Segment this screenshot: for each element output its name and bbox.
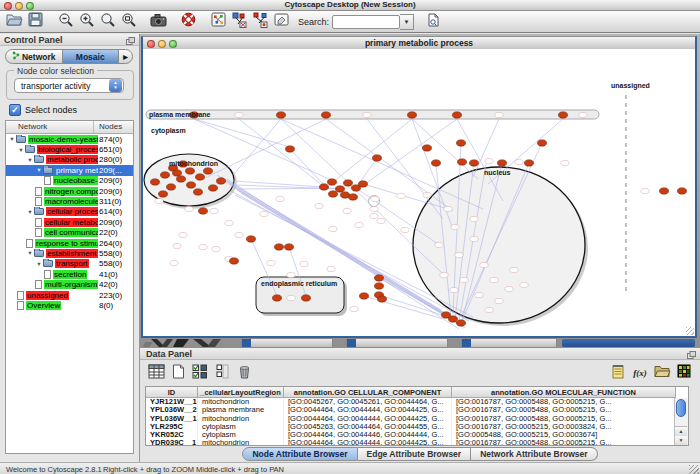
- graph-node[interactable]: [277, 112, 286, 118]
- hide-network-button[interactable]: [229, 12, 250, 31]
- zoom-fit-button[interactable]: [118, 12, 139, 31]
- search-input[interactable]: [332, 15, 400, 29]
- background-window-sliver[interactable]: [461, 338, 557, 348]
- graph-node[interactable]: [375, 275, 384, 281]
- attribute-batch-select-button[interactable]: [189, 363, 211, 383]
- graph-node[interactable]: [329, 191, 338, 197]
- network-window[interactable]: primary metabolic process: [141, 36, 697, 338]
- table-cell[interactable]: YKR052C: [146, 431, 198, 439]
- graph-node[interactable]: [470, 160, 479, 166]
- graph-node[interactable]: [408, 112, 417, 118]
- search-options-button[interactable]: [423, 12, 444, 31]
- snapshot-button[interactable]: [148, 12, 169, 31]
- tree-row[interactable]: secretion41(0): [6, 269, 133, 279]
- table-cell[interactable]: YJR121W__1: [146, 398, 198, 406]
- graph-node[interactable]: [186, 168, 195, 174]
- graph-node[interactable]: [194, 189, 203, 195]
- table-cell[interactable]: mitochondrion: [198, 415, 284, 423]
- column-header[interactable]: _cellularLayoutRegion: [198, 387, 284, 398]
- graph-node[interactable]: [423, 145, 432, 151]
- table-cell[interactable]: [GO:0016787, GO:0005488, GO:0005215, G..…: [452, 415, 676, 423]
- tree-row[interactable]: response to stimulu264(0): [6, 238, 133, 248]
- tree-row[interactable]: cellular metabol209(0): [6, 217, 133, 227]
- graph-node[interactable]: [199, 208, 208, 214]
- table-cell[interactable]: mitochondrion: [198, 398, 284, 406]
- graph-node[interactable]: [442, 312, 451, 318]
- graph-node[interactable]: [336, 186, 345, 192]
- network-window-resize-grip[interactable]: [686, 327, 694, 335]
- graph-node[interactable]: [458, 159, 467, 165]
- network-canvas[interactable]: plasma membrane cytoplasm mitochondrion …: [143, 49, 695, 336]
- table-cell[interactable]: [GO:0044464, GO:0044446, GO:0044444, G..…: [284, 431, 452, 439]
- graph-node[interactable]: [378, 296, 387, 302]
- tab-edge-attribute-browser[interactable]: Edge Attribute Browser: [358, 447, 472, 461]
- tree-row[interactable]: nucleobase-209(0): [6, 176, 133, 186]
- table-cell[interactable]: [GO:0016787, GO:0005488, GO:0005215, G..…: [452, 398, 676, 406]
- expander-icon[interactable]: ▼: [26, 157, 34, 163]
- table-cell[interactable]: YLR295C: [146, 423, 198, 431]
- table-cell[interactable]: [GO:0044464, GO:0044444, GO:0044425, G..…: [284, 406, 452, 414]
- graph-node[interactable]: [322, 112, 331, 118]
- float-panel-icon[interactable]: [126, 36, 135, 48]
- table-row[interactable]: YPL036W__1mitochondrion[GO:0044464, GO:0…: [146, 415, 688, 423]
- graph-node[interactable]: [273, 295, 282, 301]
- scroll-up-button[interactable]: ▲: [675, 427, 687, 436]
- network-graph[interactable]: plasma membrane cytoplasm mitochondrion …: [143, 49, 695, 335]
- scroll-down-button[interactable]: ▼: [675, 436, 687, 445]
- expander-icon[interactable]: ▼: [17, 147, 25, 153]
- tree-row[interactable]: ▼biological_process651(0): [6, 144, 133, 154]
- graph-node[interactable]: [230, 258, 239, 264]
- table-row[interactable]: YPL036W__2plasma membrane[GO:0044464, GO…: [146, 406, 688, 414]
- graph-node[interactable]: [247, 236, 256, 242]
- create-attribute-button[interactable]: [167, 363, 189, 383]
- table-row[interactable]: YLR295Ccytoplasm[GO:0045263, GO:0044464,…: [146, 423, 688, 431]
- tab-mosaic[interactable]: Mosaic: [63, 50, 120, 63]
- zoom-selected-button[interactable]: [97, 12, 118, 31]
- graph-node[interactable]: [161, 172, 170, 178]
- tree-row[interactable]: unassigned223(0): [6, 290, 133, 300]
- column-header[interactable]: ID: [146, 387, 198, 398]
- background-window-sliver[interactable]: [346, 338, 448, 348]
- graph-node[interactable]: [217, 178, 226, 184]
- table-cell[interactable]: [GO:0016787, GO:0005215, GO:0003824, G..…: [452, 423, 676, 431]
- graph-node[interactable]: [660, 188, 669, 194]
- tree-row[interactable]: ▼transport558(0): [6, 259, 133, 269]
- column-header[interactable]: annotation.GO MOLECULAR_FUNCTION: [452, 387, 676, 398]
- graph-node[interactable]: [204, 168, 213, 174]
- graph-node[interactable]: [302, 295, 311, 301]
- expander-icon[interactable]: ▼: [35, 167, 43, 173]
- help-button[interactable]: [178, 12, 199, 31]
- heatmap-button[interactable]: [673, 363, 695, 383]
- graph-node[interactable]: [151, 179, 160, 185]
- graph-node[interactable]: [285, 244, 294, 250]
- table-cell[interactable]: [GO:0044464, GO:0044444, GO:0044425, G..…: [284, 415, 452, 423]
- tab-node-attribute-browser[interactable]: Node Attribute Browser: [242, 447, 357, 461]
- background-window-titlebar[interactable]: [562, 339, 695, 347]
- tree-row[interactable]: ▼primary metabo209(...: [6, 165, 133, 175]
- save-session-button[interactable]: [25, 12, 46, 31]
- tree-row[interactable]: Overview8(0): [6, 300, 133, 310]
- tree-row[interactable]: nitrogen compo209(0): [6, 186, 133, 196]
- graph-node[interactable]: [320, 184, 329, 190]
- graph-node[interactable]: [196, 174, 205, 180]
- zoom-out-button[interactable]: [55, 12, 76, 31]
- graph-node[interactable]: [159, 191, 168, 197]
- table-scrollbar[interactable]: ▲ ▼: [674, 398, 688, 445]
- tab-scroll-right-button[interactable]: ▶: [119, 50, 132, 63]
- scrollbar-thumb[interactable]: [676, 399, 686, 417]
- tree-row[interactable]: macromolecule311(0): [6, 196, 133, 206]
- table-cell[interactable]: [GO:0045263, GO:0044464, GO:0044455, G..…: [284, 423, 452, 431]
- window-resize-grip[interactable]: [689, 465, 699, 474]
- notes-button[interactable]: [607, 363, 629, 383]
- expander-icon[interactable]: ▼: [35, 261, 43, 267]
- select-nodes-checkbox[interactable]: ✓: [9, 104, 21, 116]
- zoom-in-button[interactable]: [76, 12, 97, 31]
- import-attributes-button[interactable]: [651, 363, 673, 383]
- graph-node[interactable]: [167, 184, 176, 190]
- tree-row[interactable]: ▼metabolic process280(0): [6, 155, 133, 165]
- table-row[interactable]: YKR052Ccytoplasm[GO:0044464, GO:0044446,…: [146, 431, 688, 439]
- tree-header-network[interactable]: Network: [6, 121, 94, 133]
- expander-icon[interactable]: ▼: [26, 209, 34, 215]
- table-row[interactable]: YDR039C__1mitochondrion[GO:0044464, GO:0…: [146, 439, 688, 446]
- graph-node[interactable]: [559, 112, 568, 118]
